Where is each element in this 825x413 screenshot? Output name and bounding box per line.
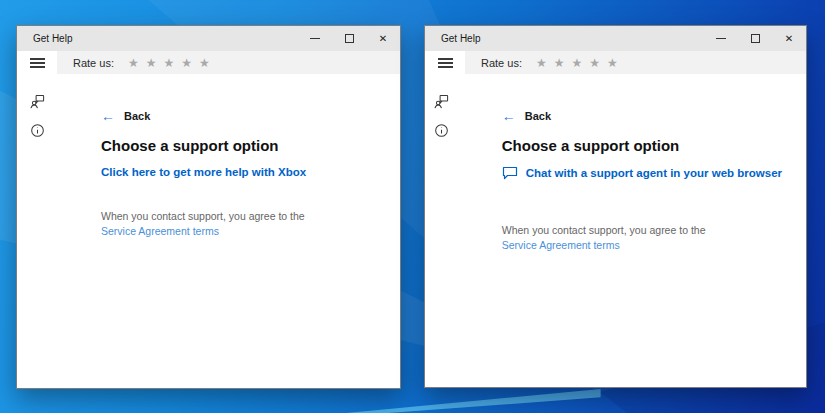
service-agreement-link[interactable]: Service Agreement terms [101,225,219,237]
content: ← Back Choose a support option Chat with… [458,74,806,387]
menubar: Rate us: ★ ★ ★ ★ ★ [17,51,400,74]
titlebar[interactable]: Get Help ✕ [17,26,400,51]
agreement-prefix: When you contact support, you agree to t… [502,224,706,236]
hamburger-icon [30,56,45,70]
sidebar [425,74,458,387]
chat-bubble-icon [502,166,518,180]
maximize-button[interactable] [332,26,366,51]
close-button[interactable]: ✕ [772,26,806,51]
rate-us-bar: Rate us: ★ ★ ★ ★ ★ [57,51,400,74]
rate-us-label: Rate us: [481,57,522,69]
minimize-icon [310,38,320,39]
star-icon[interactable]: ★ [199,57,210,69]
maximize-button[interactable] [738,26,772,51]
back-button[interactable]: ← Back [502,109,551,123]
star-icon[interactable]: ★ [572,57,583,69]
star-icon[interactable]: ★ [536,57,547,69]
minimize-icon [716,38,726,39]
caption-buttons: ✕ [704,26,806,51]
back-arrow-icon: ← [101,109,115,123]
window-title: Get Help [17,33,298,44]
rate-us-label: Rate us: [73,57,114,69]
content: ← Back Choose a support option Click her… [57,74,400,388]
page-title: Choose a support option [502,136,782,156]
support-option-link[interactable]: Chat with a support agent in your web br… [502,166,782,180]
close-icon: ✕ [379,34,387,44]
get-help-window-left: Get Help ✕ Rate us: ★ ★ ★ ★ ★ [16,25,401,389]
maximize-icon [345,34,354,43]
feedback-icon[interactable] [30,94,45,109]
star-icon[interactable]: ★ [164,57,175,69]
rating-stars: ★ ★ ★ ★ ★ [128,57,210,69]
feedback-icon[interactable] [434,94,449,109]
support-option-label: Chat with a support agent in your web br… [526,167,782,179]
minimize-button[interactable] [298,26,332,51]
maximize-icon [751,34,760,43]
agreement-prefix: When you contact support, you agree to t… [101,210,305,222]
service-agreement-link[interactable]: Service Agreement terms [502,239,620,251]
star-icon[interactable]: ★ [607,57,618,69]
menubar: Rate us: ★ ★ ★ ★ ★ [425,51,806,74]
page-title: Choose a support option [101,136,376,156]
close-icon: ✕ [785,34,793,44]
back-label: Back [124,110,150,122]
hamburger-icon [438,56,453,70]
star-icon[interactable]: ★ [589,57,600,69]
star-icon[interactable]: ★ [181,57,192,69]
close-button[interactable]: ✕ [366,26,400,51]
get-help-window-right: Get Help ✕ Rate us: ★ ★ ★ ★ ★ [424,25,807,388]
back-label: Back [525,110,551,122]
agreement-text: When you contact support, you agree to t… [101,209,323,239]
rating-stars: ★ ★ ★ ★ ★ [536,57,618,69]
window-title: Get Help [425,33,704,44]
window-body: ← Back Choose a support option Click her… [17,74,400,388]
back-arrow-icon: ← [502,109,516,123]
caption-buttons: ✕ [298,26,400,51]
sidebar [17,74,57,388]
agreement-text: When you contact support, you agree to t… [502,223,724,253]
minimize-button[interactable] [704,26,738,51]
support-option-label: Click here to get more help with Xbox [101,166,306,178]
window-body: ← Back Choose a support option Chat with… [425,74,806,387]
rate-us-bar: Rate us: ★ ★ ★ ★ ★ [465,51,806,74]
star-icon[interactable]: ★ [554,57,565,69]
back-button[interactable]: ← Back [101,109,150,123]
info-icon[interactable] [30,123,45,138]
menu-button[interactable] [425,51,465,74]
support-option-link[interactable]: Click here to get more help with Xbox [101,166,306,178]
titlebar[interactable]: Get Help ✕ [425,26,806,51]
star-icon[interactable]: ★ [128,57,139,69]
menu-button[interactable] [17,51,57,74]
info-icon[interactable] [434,123,449,138]
star-icon[interactable]: ★ [146,57,157,69]
